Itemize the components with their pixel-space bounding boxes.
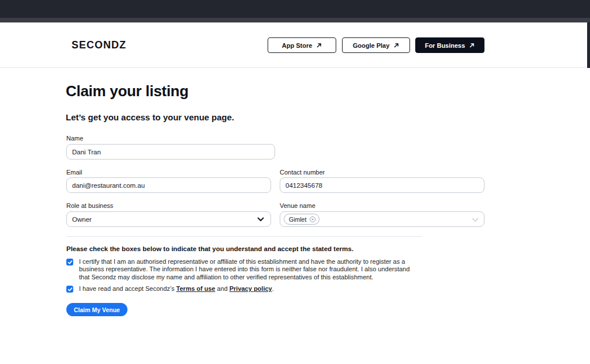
accept-terms-suffix: . <box>272 285 274 292</box>
section-divider <box>66 236 422 237</box>
top-dark-bar-strip <box>0 18 590 22</box>
accept-terms-checkbox-row: I have read and accept Secondz’s Terms o… <box>66 285 421 293</box>
name-label: Name <box>66 135 83 142</box>
venue-chip-label: Gimlet <box>289 216 306 223</box>
app-store-button[interactable]: App Store <box>268 37 336 53</box>
remove-chip-icon[interactable] <box>309 216 316 223</box>
certify-checkbox-text: I certify that I am an authorised repres… <box>79 258 419 281</box>
arrow-up-right-icon <box>316 43 322 48</box>
page-title: Claim your listing <box>66 82 189 100</box>
venue-chip: Gimlet <box>284 214 320 225</box>
arrow-up-right-icon <box>469 43 475 48</box>
google-play-label: Google Play <box>353 42 390 49</box>
claim-listing-page: SECONDZ App Store Google Play For Busine… <box>0 0 590 364</box>
claim-my-venue-button[interactable]: Claim My Venue <box>66 303 127 316</box>
right-edge-dark-sliver <box>587 22 590 68</box>
chevron-down-icon <box>257 216 264 223</box>
accept-terms-checkbox[interactable] <box>66 286 73 293</box>
google-play-button[interactable]: Google Play <box>342 37 410 53</box>
certify-checkbox[interactable] <box>66 259 73 266</box>
name-input[interactable] <box>66 144 275 160</box>
certify-checkbox-row: I certify that I am an authorised repres… <box>66 258 421 281</box>
for-business-label: For Business <box>425 42 465 49</box>
site-header: SECONDZ App Store Google Play For Busine… <box>0 22 590 68</box>
accept-terms-and: and <box>215 285 229 292</box>
contact-number-input[interactable] <box>280 177 484 193</box>
top-dark-bar <box>0 0 590 18</box>
for-business-button[interactable]: For Business <box>415 37 484 53</box>
role-selected-value: Owner <box>72 216 92 223</box>
page-subtitle: Let’s get you access to your venue page. <box>66 112 234 122</box>
accept-terms-prefix: I have read and accept Secondz’s <box>79 285 176 292</box>
contact-number-label: Contact number <box>280 169 325 176</box>
role-select[interactable]: Owner <box>66 211 271 227</box>
secondz-logo: SECONDZ <box>72 39 126 51</box>
privacy-policy-link[interactable]: Privacy policy <box>230 285 272 292</box>
accept-terms-checkbox-text: I have read and accept Secondz’s Terms o… <box>79 285 419 293</box>
email-input[interactable] <box>66 177 271 193</box>
role-label: Role at business <box>66 202 113 209</box>
arrow-up-right-icon <box>393 43 399 48</box>
venue-name-label: Venue name <box>280 202 315 209</box>
app-store-label: App Store <box>282 42 313 49</box>
email-label: Email <box>66 169 82 176</box>
terms-of-use-link[interactable]: Terms of use <box>176 285 216 292</box>
terms-intro-text: Please check the boxes below to indicate… <box>66 245 354 252</box>
venue-select[interactable]: Gimlet <box>280 211 484 227</box>
chevron-down-icon <box>472 214 479 225</box>
